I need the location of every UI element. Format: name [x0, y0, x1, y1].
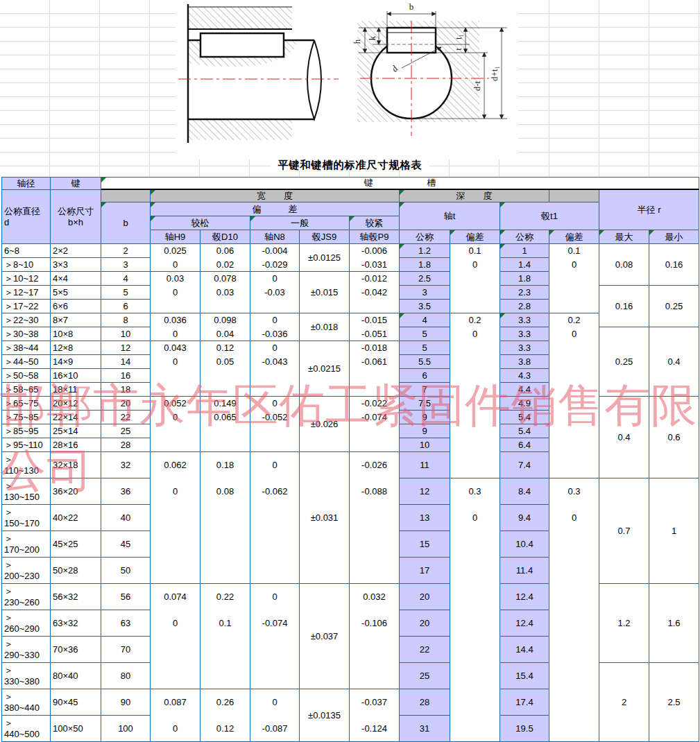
key-size-cell: 80×40: [51, 663, 101, 689]
tol-h9-cell: 0.025 0: [151, 244, 200, 272]
header-b-column: b: [101, 202, 151, 244]
tol-js9-cell: ±0.0135: [300, 689, 350, 742]
radius-max-cell: 0.4: [599, 397, 649, 478]
tol-d10-cell: 0.22 0.1: [200, 584, 250, 689]
header-shaft-H9: 轴H9: [151, 230, 200, 244]
d-range-cell: ＞65~75: [2, 397, 51, 411]
t-deviation-cell: 0.2 0: [450, 313, 500, 478]
t-nominal-cell: 15: [400, 531, 450, 558]
t-nominal-cell: 12: [400, 478, 450, 505]
d-range-cell: ＞ 380~440: [2, 689, 51, 716]
key-size-cell: 45×25: [51, 531, 101, 558]
t-nominal-cell: 22: [400, 637, 450, 663]
b-cell: 25: [101, 424, 151, 438]
t1-nominal-cell: 11.4: [500, 558, 549, 584]
header-deviation-group: 偏 差: [151, 202, 400, 216]
b-cell: 50: [101, 558, 151, 584]
t-nominal-cell: 31: [400, 716, 450, 742]
t-nominal-cell: 5.5: [400, 355, 450, 369]
key-size-cell: 10×8: [51, 327, 101, 341]
b-cell: 100: [101, 716, 151, 742]
b-cell: 22: [101, 411, 151, 424]
tol-d10-cell: 0.26 0.12: [200, 689, 250, 742]
header-tight-fit: 较紧: [350, 216, 400, 230]
tol-js9-cell: ±0.037: [300, 584, 350, 689]
b-cell: 10: [101, 327, 151, 341]
tol-n8-cell: 0 -0.087: [250, 689, 300, 742]
spreadsheet-page: { "title": "平键和键槽的标准尺寸规格表", "watermark":…: [0, 0, 700, 742]
t-nominal-cell: 7: [400, 383, 450, 397]
t1-nominal-cell: 6.4: [500, 438, 549, 452]
radius-min-cell: 0.4: [649, 327, 699, 397]
t-nominal-cell: 20: [400, 584, 450, 610]
t1-deviation-cell: 0.1 0: [549, 244, 599, 313]
b-cell: 8: [101, 313, 151, 327]
key-size-cell: 70×36: [51, 637, 101, 663]
t1-nominal-cell: 19.5: [500, 716, 549, 742]
d-range-cell: ＞50~58: [2, 369, 51, 383]
header-width-spacer: [101, 190, 151, 202]
dim-b-label: b: [409, 1, 414, 12]
t-nominal-cell: 28: [400, 689, 450, 716]
t1-deviation-cell: 0.3 0: [549, 478, 599, 742]
b-cell: 56: [101, 584, 151, 610]
radius-min-cell: 0.25: [649, 286, 699, 327]
t-nominal-cell: 17: [400, 558, 450, 584]
header-width-group: 宽 度: [151, 190, 400, 202]
dim-d-plus-t1-label: d+t₁: [489, 66, 500, 81]
key-size-cell: 90×45: [51, 689, 101, 716]
t1-nominal-cell: 17.4: [500, 689, 549, 716]
d-range-cell: ＞38~44: [2, 341, 51, 355]
t-nominal-cell: 10: [400, 438, 450, 452]
header-radius-r: 半径 r: [599, 190, 699, 230]
b-cell: 16: [101, 369, 151, 383]
header-keyway-group: 键 槽: [101, 178, 699, 190]
radius-min-cell: 1: [649, 478, 699, 584]
radius-max-cell: 1.2: [599, 584, 649, 663]
radius-max-cell: 0.7: [599, 478, 649, 584]
t1-nominal-cell: 3.8: [500, 355, 549, 369]
tol-n8-cell: 0 -0.043: [250, 341, 300, 397]
tol-js9-cell: ±0.015: [300, 272, 350, 313]
t-deviation-cell: 0.3 0: [450, 478, 500, 742]
radius-max-cell: 0.16: [599, 286, 649, 327]
radius-min-cell: 0.6: [649, 397, 699, 478]
d-range-cell: ＞17~22: [2, 300, 51, 313]
tol-h9-cell: 0.036 0: [151, 313, 200, 341]
dim-t-label: t: [453, 48, 463, 51]
t1-nominal-cell: 4.3: [500, 369, 549, 383]
t1-nominal-cell: 5.4: [500, 411, 549, 424]
d-range-cell: ＞75~85: [2, 411, 51, 424]
d-range-cell: ＞ 150~170: [2, 505, 51, 531]
b-cell: 90: [101, 689, 151, 716]
tol-js9-cell: ±0.031: [300, 452, 350, 584]
d-range-cell: 6~8: [2, 244, 51, 258]
header-shaft-t: 轴t: [400, 202, 500, 230]
t-nominal-cell: 20: [400, 610, 450, 637]
t1-nominal-cell: 10.4: [500, 531, 549, 558]
t-nominal-cell: 5: [400, 327, 450, 341]
b-cell: 28: [101, 438, 151, 452]
d-range-cell: ＞95~110: [2, 438, 51, 452]
radius-max-cell: 2: [599, 663, 649, 742]
header-nominal-size: 公称尺寸 b×h: [51, 190, 101, 244]
radius-max-cell: 0.08: [599, 244, 649, 286]
key-size-cell: 36×20: [51, 478, 101, 505]
b-cell: 80: [101, 663, 151, 689]
d-range-cell: ＞ 290~330: [2, 637, 51, 663]
t1-nominal-cell: 3.3: [500, 313, 549, 327]
t1-nominal-cell: 1: [500, 244, 549, 258]
t1-nominal-cell: 1.4: [500, 258, 549, 272]
tol-p9-cell: -0.037 -0.124: [350, 689, 400, 742]
header-depth-spacer: [549, 190, 599, 202]
t-nominal-cell: 11: [400, 452, 450, 478]
radius-min-cell: 0.16: [649, 244, 699, 286]
t-nominal-cell: 9: [400, 411, 450, 424]
key-size-cell: 40×22: [51, 505, 101, 531]
t1-nominal-cell: 4.9: [500, 397, 549, 411]
key-drawing-svg: b k h t₁ t d-t d+t₁ d: [176, 0, 518, 159]
key-size-cell: 100×50: [51, 716, 101, 742]
tol-p9-cell: -0.006 -0.031: [350, 244, 400, 272]
t1-nominal-cell: 3.3: [500, 327, 549, 341]
shaft-section-view: [178, 4, 339, 143]
